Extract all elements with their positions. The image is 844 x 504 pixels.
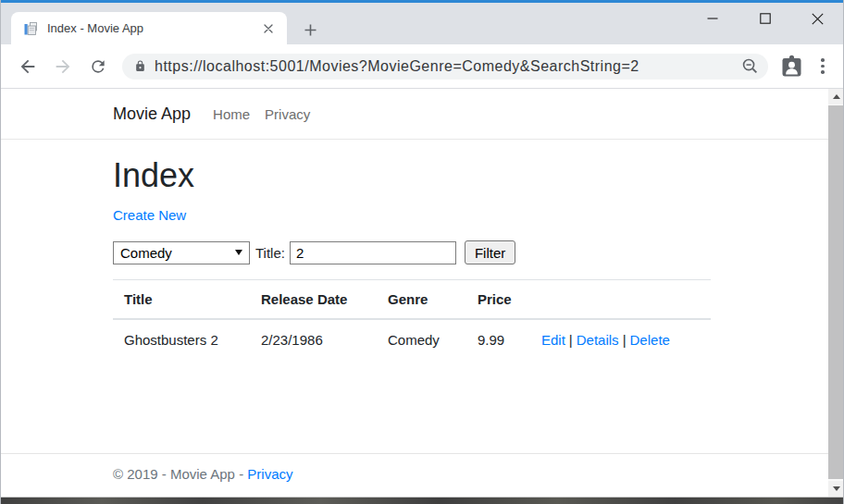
browser-tab[interactable]: Index - Movie App: [11, 12, 287, 44]
brand-link[interactable]: Movie App: [113, 104, 191, 124]
details-link[interactable]: Details: [577, 332, 619, 348]
tab-close-icon[interactable]: [259, 19, 278, 38]
site-navbar: Movie App Home Privacy: [0, 89, 844, 140]
cell-price: 9.99: [466, 319, 530, 360]
site-footer: © 2019 - Movie App - Privacy: [0, 453, 844, 482]
minimize-button-icon[interactable]: [686, 3, 738, 34]
edit-link[interactable]: Edit: [541, 332, 565, 348]
action-separator: |: [569, 332, 573, 348]
select-arrow-icon: [235, 250, 242, 255]
lock-icon[interactable]: [134, 59, 146, 73]
back-icon[interactable]: [17, 55, 39, 78]
web-page: Movie App Home Privacy Index Create New …: [0, 89, 844, 497]
window-controls: [686, 3, 844, 34]
filter-form: Comedy Title: Filter: [113, 240, 711, 264]
title-label: Title:: [255, 245, 285, 261]
close-button-icon[interactable]: [791, 3, 844, 34]
favicon-icon: [23, 21, 38, 36]
filter-button[interactable]: Filter: [465, 240, 515, 264]
header-genre: Genre: [377, 280, 466, 320]
header-price: Price: [466, 280, 530, 320]
reload-icon[interactable]: [87, 55, 109, 78]
table-row: Ghostbusters 2 2/23/1986 Comedy 9.99 Edi…: [113, 319, 711, 360]
movies-table: Title Release Date Genre Price Ghostbust…: [113, 279, 711, 360]
scroll-down-icon[interactable]: [828, 481, 844, 497]
address-bar[interactable]: https://localhost:5001/Movies?MovieGenre…: [122, 54, 768, 80]
page-title: Index: [113, 156, 711, 194]
search-input[interactable]: [290, 241, 456, 264]
desktop-edge-strip: [0, 498, 844, 504]
genre-select-value: Comedy: [120, 245, 235, 261]
browser-toolbar: https://localhost:5001/Movies?MovieGenre…: [0, 44, 844, 89]
action-separator: |: [623, 332, 627, 348]
footer-privacy-link[interactable]: Privacy: [247, 466, 292, 482]
cell-title: Ghostbusters 2: [113, 319, 250, 360]
table-header-row: Title Release Date Genre Price: [113, 280, 711, 320]
cell-release-date: 2/23/1986: [250, 319, 377, 360]
header-release-date: Release Date: [250, 280, 377, 320]
header-title: Title: [113, 280, 250, 320]
zoom-out-icon[interactable]: [741, 57, 759, 75]
nav-home-link[interactable]: Home: [205, 106, 257, 122]
url-text: https://localhost:5001/Movies?MovieGenre…: [155, 58, 734, 75]
forward-icon[interactable]: [52, 55, 74, 78]
delete-link[interactable]: Delete: [630, 332, 670, 348]
nav-privacy-link[interactable]: Privacy: [257, 106, 317, 122]
profile-badge-icon[interactable]: [781, 55, 802, 78]
scrollbar-thumb[interactable]: [828, 105, 844, 479]
maximize-button-icon[interactable]: [738, 3, 791, 34]
browser-menu-icon[interactable]: [813, 55, 832, 78]
cell-genre: Comedy: [377, 319, 466, 360]
new-tab-icon[interactable]: [298, 18, 322, 42]
tab-title: Index - Movie App: [47, 21, 259, 35]
browser-window: Index - Movie App: [0, 0, 844, 504]
header-actions: [530, 280, 711, 320]
copyright-text: © 2019 - Movie App -: [113, 466, 243, 482]
main-content: Index Create New Comedy Title: Filter: [113, 140, 711, 360]
create-new-link[interactable]: Create New: [113, 207, 186, 223]
cell-actions: Edit|Details|Delete: [530, 319, 711, 360]
tab-bar: Index - Movie App: [0, 3, 844, 44]
scroll-up-icon[interactable]: [828, 89, 844, 104]
vertical-scrollbar: [828, 89, 844, 497]
genre-select[interactable]: Comedy: [113, 241, 250, 264]
